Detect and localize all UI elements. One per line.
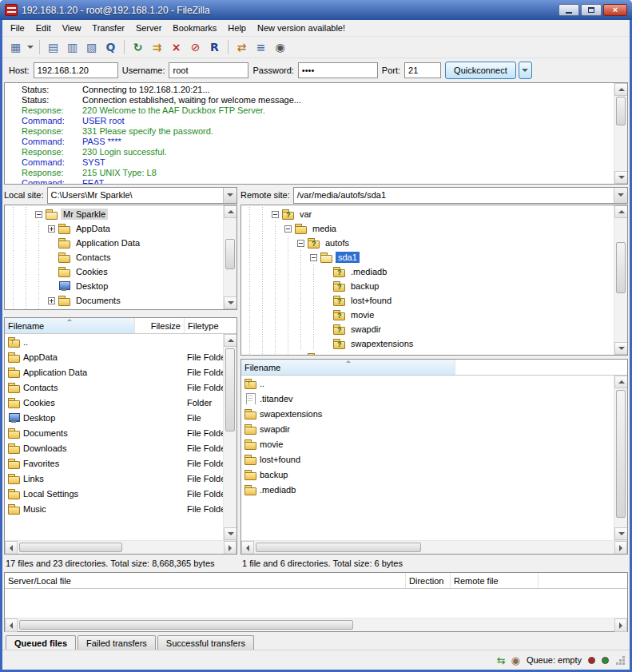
- expand-button[interactable]: [45, 293, 58, 308]
- file-row-desktop[interactable]: DesktopFile: [5, 410, 223, 425]
- scroll-track[interactable]: [224, 347, 237, 527]
- tree-item-sda1[interactable]: sda1: [243, 250, 614, 264]
- file-row-favorites[interactable]: FavoritesFile Folder: [5, 455, 223, 471]
- expand-button[interactable]: [45, 221, 58, 236]
- disconnect-icon[interactable]: ⊘: [186, 38, 205, 56]
- scroll-down-button[interactable]: [224, 296, 237, 309]
- column-header-filesize[interactable]: Filesize: [135, 318, 185, 333]
- file-row-application-data[interactable]: Application DataFile Folder: [5, 364, 223, 380]
- remote-list-h-scrollbar[interactable]: [241, 540, 627, 554]
- close-button[interactable]: [603, 4, 627, 16]
- port-input[interactable]: [404, 62, 441, 78]
- username-input[interactable]: [169, 62, 248, 78]
- remote-list-scrollbar[interactable]: [614, 376, 627, 540]
- tree-item-dvd[interactable]: dvd: [243, 351, 614, 355]
- collapse-button[interactable]: [294, 236, 307, 250]
- file-row-parent-dir[interactable]: ..: [5, 334, 223, 349]
- remote-directory-tree[interactable]: varmediaautofssda1.mediadbbackuplost+fou…: [240, 205, 628, 356]
- menu-help[interactable]: Help: [222, 21, 252, 35]
- quickconnect-dropdown-button[interactable]: [519, 62, 532, 79]
- tree-item-swapdir[interactable]: swapdir: [243, 322, 614, 336]
- column-header-filename[interactable]: Filename: [5, 318, 135, 333]
- collapse-button[interactable]: [32, 207, 45, 221]
- column-header-filename[interactable]: Filename: [241, 360, 455, 375]
- password-input[interactable]: [298, 62, 378, 78]
- scroll-down-button[interactable]: [614, 171, 628, 184]
- scroll-thumb[interactable]: [256, 543, 421, 552]
- scroll-down-button[interactable]: [614, 527, 628, 540]
- local-splitter[interactable]: [4, 310, 237, 317]
- message-log[interactable]: Status:Connecting to 192.168.1.20:21...S…: [4, 82, 628, 185]
- sync-browsing-icon[interactable]: ≡: [252, 38, 270, 56]
- scroll-track[interactable]: [614, 96, 627, 171]
- scroll-track[interactable]: [18, 541, 224, 554]
- file-row-local-settings[interactable]: Local SettingsFile Folder: [5, 486, 223, 501]
- file-row-contacts[interactable]: ContactsFile Folder: [5, 380, 223, 395]
- scroll-left-button[interactable]: [5, 541, 18, 555]
- column-header-remote-file[interactable]: Remote file: [451, 573, 539, 588]
- title-bar[interactable]: 192.168.1.20 - root@192.168.1.20 - FileZ…: [0, 0, 632, 20]
- directory-comparison-icon[interactable]: ⇄: [233, 38, 251, 56]
- scroll-track[interactable]: [614, 218, 627, 342]
- toggle-local-tree-icon[interactable]: ▥: [63, 38, 81, 56]
- scroll-left-button[interactable]: [241, 541, 254, 555]
- tree-item-swapextensions[interactable]: swapextensions: [243, 336, 614, 351]
- local-directory-tree[interactable]: Mr SparkleAppDataApplication DataContact…: [4, 205, 237, 310]
- scroll-right-button[interactable]: [614, 541, 627, 555]
- menu-server[interactable]: Server: [130, 21, 167, 35]
- tree-item-contacts[interactable]: Contacts: [6, 250, 223, 264]
- file-row-mediadb[interactable]: .mediadb: [241, 482, 614, 497]
- tab-successful-transfers[interactable]: Successful transfers: [157, 635, 254, 650]
- tree-item-cookies[interactable]: Cookies: [6, 264, 223, 279]
- minimize-button[interactable]: [558, 4, 579, 16]
- scroll-up-button[interactable]: [614, 376, 628, 388]
- scroll-track[interactable]: [224, 218, 237, 296]
- tree-item-desktop[interactable]: Desktop: [6, 279, 223, 293]
- transfer-queue[interactable]: Server/Local fileDirectionRemote file: [4, 572, 628, 632]
- file-row-links[interactable]: LinksFile Folder: [5, 471, 223, 486]
- toggle-queue-icon[interactable]: Q: [101, 38, 120, 56]
- scroll-up-button[interactable]: [224, 205, 237, 218]
- collapse-button[interactable]: [307, 250, 320, 264]
- tree-item-appdata[interactable]: AppData: [6, 221, 223, 236]
- file-row-downloads[interactable]: DownloadsFile Folder: [5, 440, 223, 455]
- cancel-icon[interactable]: ×: [167, 38, 185, 56]
- scroll-track[interactable]: [254, 541, 614, 554]
- process-queue-icon[interactable]: ⇉: [148, 38, 166, 56]
- file-row-movie[interactable]: movie: [241, 436, 614, 451]
- queue-h-scrollbar[interactable]: [5, 618, 627, 631]
- menu-bookmarks[interactable]: Bookmarks: [167, 21, 222, 35]
- scroll-right-button[interactable]: [224, 541, 237, 555]
- tree-item-mr-sparkle[interactable]: Mr Sparkle: [6, 207, 223, 221]
- menu-view[interactable]: View: [57, 21, 87, 35]
- file-row-appdata[interactable]: AppDataFile Folder: [5, 349, 223, 364]
- scroll-down-button[interactable]: [614, 342, 628, 355]
- scroll-thumb[interactable]: [616, 97, 626, 125]
- site-manager-icon[interactable]: ▦: [6, 38, 25, 56]
- file-row-backup[interactable]: backup: [241, 467, 614, 482]
- expand-button[interactable]: [45, 308, 58, 309]
- collapse-button[interactable]: [281, 221, 294, 236]
- remote-file-list[interactable]: Filename ...titandevswapextensionsswapdi…: [240, 359, 628, 555]
- tree-item-application-data[interactable]: Application Data: [6, 236, 223, 250]
- quickconnect-button[interactable]: Quickconnect: [445, 62, 516, 79]
- local-site-combo-button[interactable]: [223, 188, 237, 203]
- scroll-down-button[interactable]: [224, 527, 237, 540]
- local-file-list[interactable]: FilenameFilesizeFiletype ..AppDataFile F…: [4, 317, 237, 555]
- queue-body[interactable]: [5, 589, 627, 618]
- scroll-thumb[interactable]: [225, 348, 235, 431]
- reconnect-icon[interactable]: R: [205, 38, 224, 56]
- local-list-h-scrollbar[interactable]: [5, 540, 237, 554]
- scroll-up-button[interactable]: [224, 334, 237, 347]
- file-row-documents[interactable]: DocumentsFile Folder: [5, 425, 223, 440]
- site-manager-icon-dropdown[interactable]: [26, 38, 35, 56]
- file-row-music[interactable]: MusicFile Folder: [5, 501, 223, 516]
- remote-site-combo[interactable]: /var/media/autofs/sda1: [293, 187, 628, 204]
- speed-limit-icon[interactable]: ◉: [511, 655, 520, 666]
- scroll-up-button[interactable]: [614, 83, 628, 96]
- find-files-icon[interactable]: ◉: [271, 38, 289, 56]
- scroll-up-button[interactable]: [614, 205, 628, 218]
- toggle-message-log-icon[interactable]: ▤: [44, 38, 62, 56]
- local-site-combo[interactable]: C:\Users\Mr Sparkle\: [47, 187, 237, 204]
- menu-transfer[interactable]: Transfer: [86, 21, 130, 35]
